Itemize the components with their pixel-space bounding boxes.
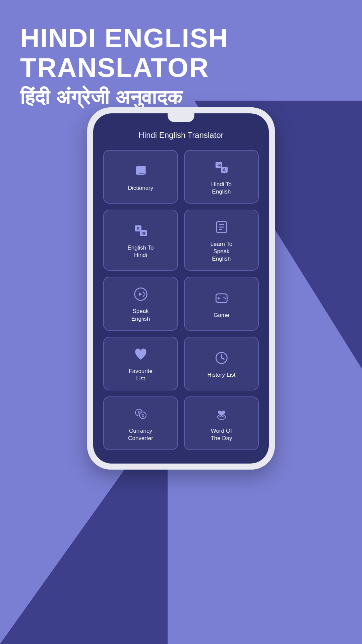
svg-text:अ: अ [217, 163, 221, 168]
currency-icon: $ € [131, 405, 150, 423]
speaker-icon [131, 285, 150, 304]
menu-item-game[interactable]: Game [184, 277, 259, 330]
phone-content: Hindi English Translator Dictionary [93, 122, 269, 464]
menu-label-game: Game [214, 312, 229, 319]
translate-en-hi-icon: A अ [131, 221, 150, 240]
app-title-english: HINDI ENGLISH TRANSLATOR [20, 23, 342, 83]
menu-label-learn-to-speak-english: Learn ToSpeakEnglish [210, 240, 233, 263]
phone-mockup: Hindi English Translator Dictionary [87, 107, 275, 470]
menu-item-currency-converter[interactable]: $ € CurrancyConverter [103, 396, 178, 450]
menu-item-history-list[interactable]: History List [184, 337, 259, 390]
phone-outer-frame: Hindi English Translator Dictionary [87, 107, 275, 470]
menu-item-learn-to-speak-english[interactable]: Learn ToSpeakEnglish [184, 210, 259, 271]
menu-item-favourite-list[interactable]: FavouriteList [103, 337, 178, 390]
learn-book-icon [212, 218, 231, 236]
menu-item-word-of-the-day[interactable]: Word OfThe Day [184, 396, 259, 450]
translate-hi-en-icon: अ A [212, 158, 231, 177]
app-title-hindi: हिंदी अंग्रेजी अनुवादक [20, 86, 342, 109]
menu-item-hindi-to-english[interactable]: अ A Hindi ToEnglish [184, 150, 259, 204]
svg-text:€: € [141, 413, 144, 418]
book-icon [131, 162, 150, 180]
phone-app-title: Hindi English Translator [103, 130, 259, 140]
svg-text:A: A [136, 226, 140, 231]
menu-label-currency-converter: CurrancyConverter [128, 427, 153, 442]
svg-rect-0 [137, 167, 144, 173]
phone-screen: Hindi English Translator Dictionary [93, 113, 269, 464]
svg-text:A: A [223, 167, 226, 172]
menu-item-speak-english[interactable]: SpeakEnglish [103, 277, 178, 330]
menu-label-hindi-to-english: Hindi ToEnglish [211, 181, 232, 196]
hand-heart-icon [212, 405, 231, 423]
menu-grid: Dictionary अ A [103, 150, 259, 450]
menu-label-dictionary: Dictionary [128, 184, 154, 192]
menu-label-speak-english: SpeakEnglish [131, 308, 150, 322]
game-icon [212, 289, 231, 308]
header: HINDI ENGLISH TRANSLATOR हिंदी अंग्रेजी … [0, 0, 362, 123]
menu-label-favourite-list: FavouriteList [129, 368, 153, 382]
svg-point-18 [225, 298, 226, 300]
menu-label-history-list: History List [207, 371, 235, 379]
svg-line-21 [222, 358, 224, 359]
phone-notch [168, 113, 194, 122]
menu-label-english-to-hindi: English ToHindi [127, 244, 154, 259]
menu-item-dictionary[interactable]: Dictionary [103, 150, 178, 204]
svg-point-17 [223, 297, 225, 298]
menu-label-word-of-the-day: Word OfThe Day [210, 427, 232, 442]
clock-icon [212, 348, 231, 367]
svg-text:अ: अ [142, 231, 145, 236]
menu-item-english-to-hindi[interactable]: A अ English ToHindi [103, 210, 178, 271]
heart-icon [131, 345, 150, 364]
